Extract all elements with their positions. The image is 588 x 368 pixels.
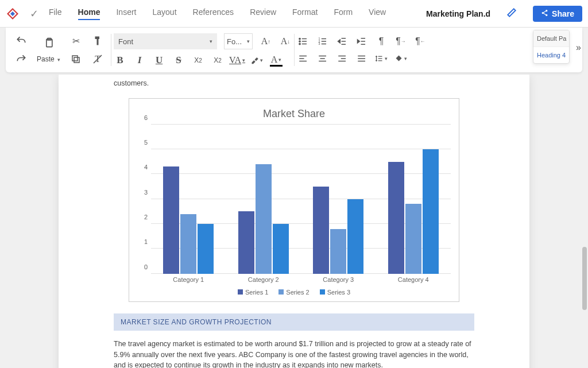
bold-button[interactable]: B — [114, 54, 126, 67]
decrease-font-icon[interactable]: A↓ — [279, 35, 292, 48]
toolbar-more-icon[interactable]: » — [576, 42, 581, 53]
rename-icon[interactable] — [506, 7, 517, 20]
strikethrough-button[interactable]: S — [172, 54, 185, 67]
paragraph-mark-icon[interactable]: ¶ — [375, 35, 388, 48]
char-spacing-button[interactable]: VA▾ — [231, 54, 243, 67]
svg-marker-30 — [358, 40, 360, 43]
cut-icon[interactable]: ✂ — [69, 34, 82, 47]
menu-file[interactable]: File — [49, 7, 62, 20]
chart-plot-area: 0123456Category 1Category 2Category 3Cat… — [151, 125, 451, 274]
font-size-select[interactable]: Fo...▾ — [224, 33, 253, 49]
chart-bar — [388, 162, 404, 274]
chart-category-group: Category 2 — [226, 125, 301, 274]
legend-item: Series 1 — [238, 289, 268, 296]
chart-bar — [238, 211, 254, 273]
chart-bar — [405, 204, 421, 273]
outdent-icon[interactable] — [336, 35, 349, 48]
font-color-button[interactable]: A▾ — [270, 54, 283, 67]
style-heading[interactable]: Heading 4 — [533, 47, 569, 63]
italic-button[interactable]: I — [133, 54, 146, 67]
svg-rect-9 — [72, 56, 78, 61]
superscript-button[interactable]: X2 — [211, 54, 224, 67]
align-center-icon[interactable] — [316, 52, 329, 65]
align-right-icon[interactable] — [336, 52, 349, 65]
ltr-icon[interactable]: ¶→ — [394, 35, 407, 48]
indent-icon[interactable] — [355, 35, 368, 48]
share-button[interactable]: Share — [533, 6, 582, 22]
chart-bar — [256, 164, 272, 274]
rtl-icon[interactable]: ¶← — [414, 35, 427, 48]
section-market-size-body: The travel agency market is estimated to… — [59, 335, 529, 368]
chart-title: Market Share — [135, 108, 453, 120]
menubar: ✓ File Home Insert Layout References Rev… — [0, 0, 588, 28]
svg-point-11 — [299, 38, 300, 39]
align-left-icon[interactable] — [297, 52, 310, 65]
chart-bar — [423, 149, 439, 274]
chart-bar — [180, 214, 196, 274]
chart-legend: Series 1 Series 2 Series 3 — [135, 289, 453, 296]
style-default[interactable]: Default Pa — [533, 30, 569, 47]
number-list-icon[interactable]: 123 — [316, 35, 329, 48]
chart-bar — [347, 199, 363, 274]
chart-bar — [330, 229, 346, 274]
chart-category-group: Category 3 — [301, 125, 376, 274]
saved-check-icon: ✓ — [30, 7, 38, 20]
svg-point-15 — [299, 43, 300, 44]
document-title: Marketing Plan.d — [426, 9, 490, 18]
line-spacing-icon[interactable]: ▾ — [375, 52, 388, 65]
svg-point-13 — [299, 41, 300, 42]
svg-rect-8 — [74, 57, 79, 63]
format-painter-icon[interactable] — [91, 34, 104, 47]
document-page: customers. Market Share 0123456Category … — [59, 75, 529, 368]
svg-line-10 — [94, 55, 102, 63]
font-family-select[interactable]: Font▾ — [114, 33, 217, 49]
section-market-size-header: MARKET SIZE AND GROWTH PROJECTION — [114, 313, 474, 331]
styles-panel: Default Pa Heading 4 — [533, 30, 570, 64]
clipboard-icon[interactable] — [42, 37, 55, 49]
menu-home[interactable]: Home — [78, 7, 100, 20]
menu-review[interactable]: Review — [250, 7, 276, 20]
paste-button[interactable]: Paste ▾ — [37, 55, 60, 63]
chart-category-label: Category 3 — [301, 276, 376, 283]
chart-category-label: Category 4 — [376, 276, 451, 283]
highlight-button[interactable]: ▾ — [250, 54, 263, 67]
workspace: customers. Market Share 0123456Category … — [0, 75, 588, 368]
menu-layout[interactable]: Layout — [152, 7, 176, 20]
chart-bar — [313, 187, 329, 274]
chart-bar — [273, 224, 289, 274]
svg-marker-26 — [338, 40, 341, 43]
chart-bar — [198, 224, 214, 274]
redo-icon[interactable] — [15, 53, 28, 65]
bullet-list-icon[interactable] — [297, 35, 310, 48]
underline-button[interactable]: U — [153, 54, 165, 67]
home-toolbar: Paste ▾ ✂ T Font▾ Fo...▾ A↑ A↓ B I U S X… — [6, 28, 582, 72]
chart-category-group: Category 4 — [376, 125, 451, 274]
scrollbar-thumb[interactable] — [582, 247, 587, 310]
market-share-chart[interactable]: Market Share 0123456Category 1Category 2… — [129, 98, 459, 302]
menu-format[interactable]: Format — [292, 7, 318, 20]
chart-category-group: Category 1 — [151, 125, 226, 274]
share-label: Share — [552, 9, 574, 18]
menu-view[interactable]: View — [369, 7, 386, 20]
share-icon — [541, 9, 548, 18]
subscript-button[interactable]: X2 — [192, 54, 204, 67]
chart-category-label: Category 2 — [226, 276, 301, 283]
menu-insert[interactable]: Insert — [116, 7, 136, 20]
menu-references[interactable]: References — [193, 7, 234, 20]
undo-icon[interactable] — [15, 34, 28, 47]
increase-font-icon[interactable]: A↑ — [260, 35, 272, 48]
chart-bar — [163, 166, 179, 273]
menu-form[interactable]: Form — [334, 7, 353, 20]
legend-item: Series 3 — [320, 289, 350, 296]
menu-items: File Home Insert Layout References Revie… — [49, 7, 386, 20]
svg-text:3: 3 — [319, 42, 320, 45]
copy-icon[interactable] — [69, 53, 82, 65]
chart-category-label: Category 1 — [151, 276, 226, 283]
app-logo — [6, 7, 20, 21]
align-justify-icon[interactable] — [355, 52, 368, 65]
legend-item: Series 2 — [278, 289, 309, 296]
shading-icon[interactable]: ▾ — [394, 52, 407, 65]
intro-paragraph: customers. — [59, 75, 529, 89]
clear-format-icon[interactable]: T — [91, 53, 104, 65]
